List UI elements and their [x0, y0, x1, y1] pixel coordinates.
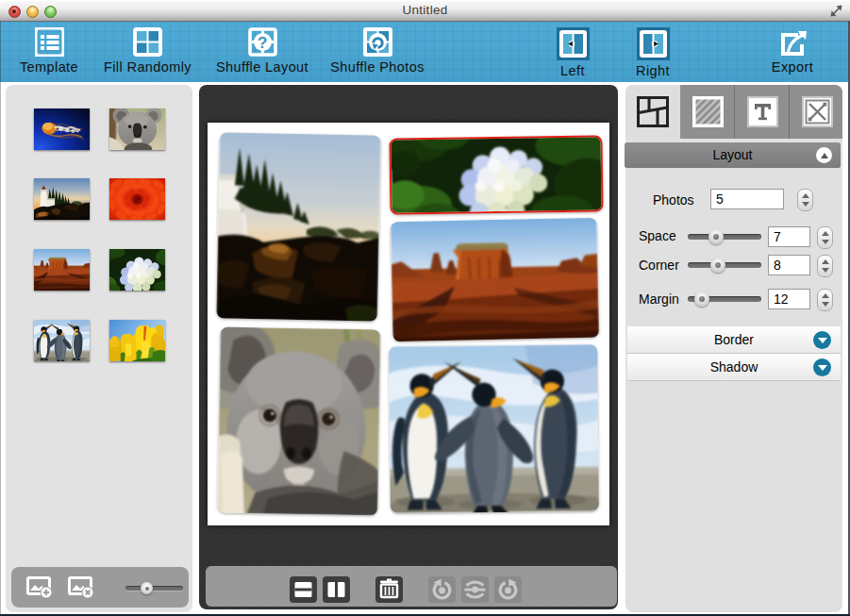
- svg-text:?: ?: [258, 34, 268, 52]
